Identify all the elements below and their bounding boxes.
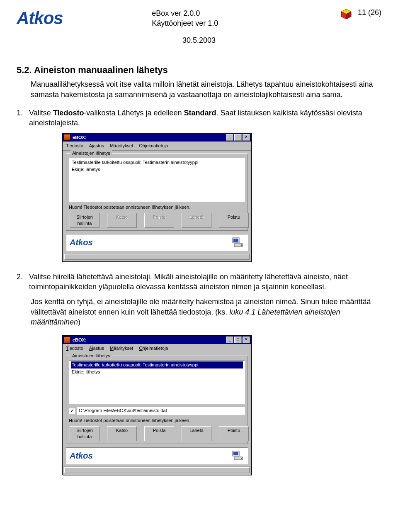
svg-rect-4 <box>233 239 238 242</box>
list-item[interactable]: Ekirje: lähetys <box>71 368 243 376</box>
step-2: 2. Valitse hiirellä lähetettävä aineisto… <box>17 272 381 292</box>
section-heading: 5.2. Aineiston manuaalinen lähetys <box>17 64 381 76</box>
brand-logo: Atkos <box>17 8 63 28</box>
status-cell <box>64 467 250 473</box>
path-checkbox[interactable]: ✓ <box>69 408 75 414</box>
close-button[interactable]: × <box>243 337 250 343</box>
siirtojen-hallinta-button[interactable]: Siirtojen hallinta <box>70 213 100 228</box>
menu-ohjelmatietoja[interactable]: Ohjelmatietoja <box>139 345 168 351</box>
menu-tiedosto[interactable]: Tiedosto <box>66 345 83 351</box>
minimize-button[interactable]: _ <box>226 337 233 343</box>
status-bar <box>63 466 250 474</box>
katso-button[interactable]: Katso <box>107 426 137 441</box>
computer-icon <box>232 450 244 461</box>
window-title: eBOX: <box>73 134 224 141</box>
step-text: Valitse hiirellä lähetettävä aineistolaj… <box>29 272 381 292</box>
path-row: ✓ C:\Program Files\eBOX\out\testiaineist… <box>69 407 245 415</box>
ebox-window-1: eBOX: _ □ × Tiedosto Ajastus Määritykset… <box>62 133 252 261</box>
menu-bar: Tiedosto Ajastus Määritykset Ohjelmatiet… <box>63 142 251 151</box>
minimize-button[interactable]: _ <box>226 134 233 141</box>
poista-button[interactable]: Poista <box>144 426 174 441</box>
maximize-button[interactable]: □ <box>234 337 242 343</box>
svg-rect-10 <box>241 458 242 459</box>
material-listbox[interactable]: Testimasterille tarkoitettu osapuoli: Te… <box>69 360 245 404</box>
brand-text: Atkos <box>70 450 93 461</box>
svg-rect-6 <box>241 244 242 246</box>
poistu-button[interactable]: Poistu <box>219 213 249 228</box>
page-header: Atkos eBox ver 2.0.0 Käyttöohjeet ver 1.… <box>17 8 381 29</box>
katso-button[interactable]: Katso <box>107 213 137 228</box>
menu-bar: Tiedosto Ajastus Määritykset Ohjelmatiet… <box>63 344 251 353</box>
status-cell <box>64 254 250 260</box>
group-label: Aineistojen lähetys <box>70 150 112 156</box>
list-item[interactable]: Testimasterille tarkoitettu osapuoli: Te… <box>71 159 243 166</box>
doc-title-line1: eBox ver 2.0.0 <box>152 8 218 18</box>
window-title: eBOX: <box>73 337 224 343</box>
step-number: 2. <box>17 272 26 292</box>
menu-maaritykset[interactable]: Määritykset <box>110 143 133 149</box>
poistu-button[interactable]: Poistu <box>219 426 249 441</box>
poista-button[interactable]: Poista <box>144 213 174 228</box>
group-aineistojen-lahetys: Aineistojen lähetys Testimasterille tark… <box>66 153 248 231</box>
step-text: Valitse Tiedosto-valikosta Lähetys ja ed… <box>29 108 381 128</box>
ebox-window-2: eBOX: _ □ × Tiedosto Ajastus Määritykset… <box>62 335 252 475</box>
laheta-button[interactable]: Lähetä <box>182 426 211 441</box>
step-number: 1. <box>17 108 26 128</box>
material-listbox[interactable]: Testimasterille tarkoitettu osapuoli: Te… <box>69 158 245 202</box>
app-icon <box>64 134 70 141</box>
header-right: 11 (26) <box>340 8 381 20</box>
section-title-text: Aineiston manuaalinen lähetys <box>34 65 168 75</box>
maximize-button[interactable]: □ <box>234 134 242 141</box>
computer-icon <box>232 237 244 248</box>
group-aineistojen-lahetys: Aineistojen lähetys Testimasterille tark… <box>66 356 248 444</box>
brand-text: Atkos <box>70 237 93 248</box>
intro-paragraph: Manuaalilähetyksessä voit itse valita mi… <box>31 79 381 100</box>
svg-rect-8 <box>233 452 238 455</box>
note-text: Huom! Tiedostot poistetaan onnistuneen l… <box>69 417 245 424</box>
menu-maaritykset[interactable]: Määritykset <box>110 345 133 351</box>
button-row: Siirtojen hallinta Katso Poista Lähetä P… <box>69 426 245 441</box>
list-item-selected[interactable]: Testimasterille tarkoitettu osapuoli: Te… <box>71 361 243 368</box>
path-field[interactable]: C:\Program Files\eBOX\out\testiaineisto.… <box>77 407 245 415</box>
section-number: 5.2. <box>17 65 32 75</box>
list-item[interactable]: Ekirje: lähetys <box>71 166 243 173</box>
step-1: 1. Valitse Tiedosto-valikosta Lähetys ja… <box>17 108 381 128</box>
cube-icon <box>340 8 352 20</box>
document-page: Atkos eBox ver 2.0.0 Käyttöohjeet ver 1.… <box>0 0 398 532</box>
window-titlebar[interactable]: eBOX: _ □ × <box>63 336 251 344</box>
app-icon <box>64 337 70 343</box>
status-bar <box>63 253 250 261</box>
page-number: 11 (26) <box>358 8 381 17</box>
window-titlebar[interactable]: eBOX: _ □ × <box>63 133 251 142</box>
doc-title-line2: Käyttöohjeet ver 1.0 <box>152 18 218 28</box>
menu-ohjelmatietoja[interactable]: Ohjelmatietoja <box>139 143 168 149</box>
close-button[interactable]: × <box>243 134 250 141</box>
document-date: 30.5.2003 <box>17 36 381 45</box>
menu-ajastus[interactable]: Ajastus <box>89 345 104 351</box>
laheta-button[interactable]: Lähetä <box>182 213 211 228</box>
button-row: Siirtojen hallinta Katso Poista Lähetä P… <box>69 213 245 228</box>
brand-bar: Atkos <box>66 447 248 464</box>
paragraph-note: Jos kenttä on tyhjä, ei aineistolajille … <box>31 297 381 327</box>
document-body: 5.2. Aineiston manuaalinen lähetys Manua… <box>17 64 381 475</box>
doc-title-block: eBox ver 2.0.0 Käyttöohjeet ver 1.0 <box>152 8 218 29</box>
menu-ajastus[interactable]: Ajastus <box>89 143 104 149</box>
siirtojen-hallinta-button[interactable]: Siirtojen hallinta <box>70 426 100 441</box>
group-label: Aineistojen lähetys <box>70 353 112 359</box>
note-text: Huom! Tiedostot poistetaan onnistuneen l… <box>69 204 245 210</box>
menu-tiedosto[interactable]: Tiedosto <box>66 143 83 149</box>
brand-bar: Atkos <box>66 234 248 251</box>
